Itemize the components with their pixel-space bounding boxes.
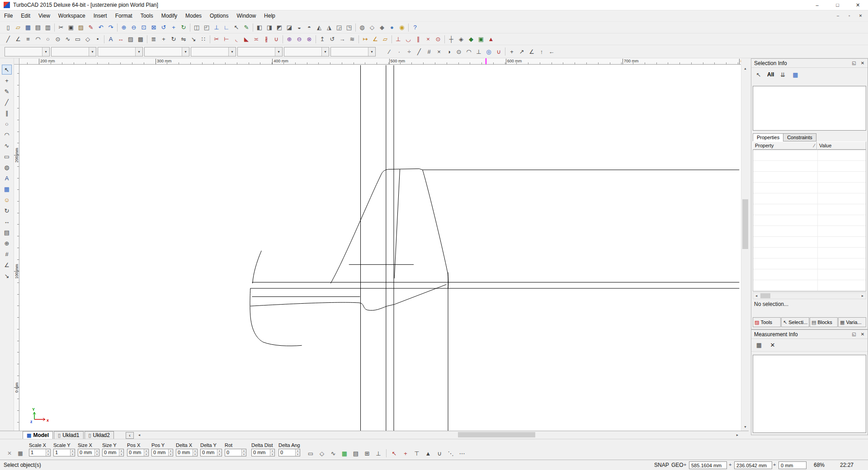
line-tool-button[interactable]: ╱ <box>2 97 12 107</box>
coordinate-y-field[interactable]: 236.0542 mm <box>734 461 772 469</box>
paste-button[interactable]: ▨ <box>76 23 86 33</box>
angle-snap-button[interactable]: ∟ <box>222 23 231 33</box>
clear-measurement-button[interactable]: ✕ <box>768 340 778 350</box>
spin-down-icon[interactable]: ▾ <box>296 453 300 456</box>
cad-geometry-path[interactable] <box>330 169 422 283</box>
combo-dropdown-button[interactable]: ▾ <box>275 47 282 56</box>
clear-fields-button[interactable]: ✕ <box>5 449 14 457</box>
layers-button[interactable]: ▦ <box>2 184 12 194</box>
circle-tool-button[interactable]: ○ <box>2 119 12 129</box>
print-preview-button[interactable]: ▥ <box>43 23 53 33</box>
dimension-button[interactable]: ↔ <box>116 34 126 44</box>
spinner[interactable]: ▴▾ <box>168 449 173 456</box>
scroll-down-button[interactable]: ▼ <box>741 423 749 431</box>
spin-down-icon[interactable]: ▾ <box>217 453 222 456</box>
view-right-button[interactable]: ◪ <box>284 23 294 33</box>
mdi-restore-button[interactable]: ▫ <box>844 12 854 20</box>
zoom-tool-button[interactable]: ⊕ <box>2 238 12 248</box>
combo-dropdown-button[interactable]: ▾ <box>182 47 189 56</box>
scroll-right-button[interactable]: ► <box>734 431 741 438</box>
sketch-button[interactable]: ✎ <box>2 86 12 96</box>
close-panel-button[interactable]: ✕ <box>859 60 866 66</box>
spin-up-icon[interactable]: ▴ <box>242 449 246 453</box>
selector-properties-button[interactable]: ▭ <box>306 448 316 458</box>
group-button[interactable]: ▣ <box>476 34 486 44</box>
grid-edit-button[interactable]: ▤ <box>351 448 361 458</box>
curve-tool-button[interactable]: ∿ <box>2 141 12 150</box>
drawing-area[interactable]: Y x z <box>19 65 741 431</box>
chamfer-button[interactable]: ◣ <box>241 34 251 44</box>
circle-button[interactable]: ○ <box>43 34 53 44</box>
grid-snap-toggle-button[interactable]: ⊞ <box>362 448 372 458</box>
measure-angle-button[interactable]: ∠ <box>370 34 380 44</box>
palette-tab-tools[interactable]: ▨Tools <box>753 317 781 327</box>
layout-tab-układ2[interactable]: ▯Układ2 <box>85 431 114 439</box>
property-grid-scrollbar[interactable]: ◄ ► <box>753 292 866 299</box>
snap-aperture-button[interactable]: ◎ <box>484 47 494 56</box>
menu-view[interactable]: View <box>34 11 54 21</box>
view-iso-se-button[interactable]: ◭ <box>314 23 324 33</box>
spinner[interactable]: ▴▾ <box>144 449 148 456</box>
horizontal-scroll-thumb[interactable] <box>458 432 535 437</box>
spin-down-icon[interactable]: ▾ <box>242 453 246 456</box>
box-3d-button[interactable]: ▭ <box>2 151 12 161</box>
select-entities-button[interactable]: ↖ <box>754 70 764 80</box>
cad-geometry-path[interactable] <box>394 284 446 304</box>
node-add-button[interactable]: + <box>401 448 410 458</box>
boolean-intersect-button[interactable]: ⊗ <box>304 34 314 44</box>
cad-geometry-path[interactable] <box>394 169 400 278</box>
zoom-in-button[interactable]: ⊕ <box>119 23 129 33</box>
coord-absolute-button[interactable]: + <box>507 47 517 56</box>
selector-nodes-button[interactable]: ◇ <box>317 448 327 458</box>
snap-midpoint-button[interactable]: ÷ <box>404 47 414 56</box>
view-front-button[interactable]: ◧ <box>255 23 264 33</box>
redo-button[interactable]: ↷ <box>106 23 116 33</box>
coordinate-z-field[interactable]: 0 mm <box>778 461 807 469</box>
ortho-mode-button[interactable]: ⊥ <box>212 23 222 33</box>
property-combo-7[interactable]: ▾ <box>284 47 329 56</box>
print-button[interactable]: ▤ <box>33 23 43 33</box>
extend-button[interactable]: ⊢ <box>222 34 231 44</box>
highlight-selection-button[interactable]: ▦ <box>790 70 800 80</box>
zoom-extents-button[interactable]: ⊠ <box>149 23 159 33</box>
offset-button[interactable]: ≍ <box>251 34 261 44</box>
property-combo-6[interactable]: ▾ <box>237 47 283 56</box>
property-combo-5[interactable]: ▾ <box>191 47 236 56</box>
property-combo-1[interactable]: ▾ <box>5 47 50 56</box>
polyline-button[interactable]: ∠ <box>13 34 23 44</box>
copy-entity-button[interactable]: ≣ <box>149 34 159 44</box>
field-pos-y[interactable]: 0 mm▴▾ <box>151 449 173 456</box>
selection-list[interactable] <box>753 86 866 131</box>
sweep-button[interactable]: → <box>337 34 347 44</box>
snap-nearest-button[interactable]: ╱ <box>414 47 424 56</box>
view-iso-nw-button[interactable]: ◳ <box>344 23 354 33</box>
field-delta-dist[interactable]: 0 mm▴▾ <box>251 449 275 456</box>
snap-magnetic-button[interactable]: ∪ <box>494 47 504 56</box>
save-button[interactable]: ▦ <box>23 23 33 33</box>
spin-up-icon[interactable]: ▴ <box>169 449 173 453</box>
grid-tool-button[interactable]: # <box>2 249 12 259</box>
spline-button[interactable]: ∿ <box>63 34 73 44</box>
construction-line-button[interactable]: ┼ <box>446 34 456 44</box>
menu-edit[interactable]: Edit <box>17 11 34 21</box>
sphere-3d-button[interactable]: ◍ <box>2 162 12 172</box>
value-column-header[interactable]: Value <box>817 141 866 150</box>
snap-vertex-button[interactable]: ∙ <box>394 47 404 56</box>
magnetic-toggle-button[interactable]: ∪ <box>434 448 444 458</box>
selector-freehand-button[interactable]: ∿ <box>328 448 338 458</box>
spin-down-icon[interactable]: ▾ <box>46 453 50 456</box>
view-bottom-button[interactable]: ◓ <box>304 23 314 33</box>
measure-distance-button[interactable]: ↦ <box>360 34 370 44</box>
field-delta-ang[interactable]: 0▴▾ <box>278 449 300 456</box>
property-combo-2[interactable]: ▾ <box>51 47 96 56</box>
arc-tool-button[interactable]: ◠ <box>2 130 12 140</box>
zoom-out-button[interactable]: ⊖ <box>129 23 139 33</box>
menu-window[interactable]: Window <box>232 11 260 21</box>
snap-center-button[interactable]: ⊙ <box>433 34 443 44</box>
undo-button[interactable]: ↶ <box>96 23 106 33</box>
axis-up-button[interactable]: ↑ <box>537 47 547 56</box>
coord-relative-button[interactable]: ↗ <box>517 47 527 56</box>
measurement-list[interactable] <box>753 355 866 433</box>
palette-tab-selection[interactable]: ↖Selecti... <box>781 317 809 327</box>
trim-button[interactable]: ✂ <box>212 34 222 44</box>
